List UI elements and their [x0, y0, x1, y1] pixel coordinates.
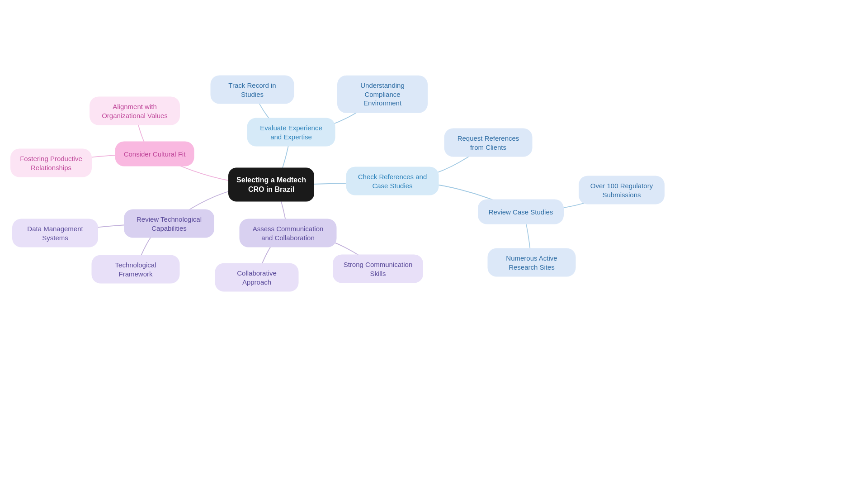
node-review-tech-capabilities: Review Technological Capabilities: [124, 209, 214, 238]
connections-svg: [0, 0, 868, 490]
alignment-org-values-label: Alignment with Organizational Values: [98, 102, 172, 120]
mind-map-container: Selecting a Medtech CRO in Brazil Consid…: [0, 0, 868, 490]
node-technological-framework: Technological Framework: [92, 255, 180, 284]
node-track-record: Track Record in Studies: [211, 76, 294, 104]
node-fostering-productive: Fostering Productive Relationships: [10, 149, 92, 177]
node-understanding-compliance: Understanding Compliance Environment: [337, 76, 428, 113]
assess-communication-label: Assess Communication and Collaboration: [248, 224, 329, 242]
node-collaborative-approach: Collaborative Approach: [215, 263, 299, 292]
node-consider-cultural-fit: Consider Cultural Fit: [115, 142, 194, 167]
node-center: Selecting a Medtech CRO in Brazil: [228, 168, 314, 202]
node-evaluate-experience: Evaluate Experience and Expertise: [247, 118, 335, 147]
review-tech-capabilities-label: Review Technological Capabilities: [132, 215, 206, 233]
collaborative-approach-label: Collaborative Approach: [223, 269, 291, 286]
evaluate-experience-label: Evaluate Experience and Expertise: [255, 124, 327, 141]
technological-framework-label: Technological Framework: [100, 261, 172, 278]
node-check-references: Check References and Case Studies: [346, 167, 439, 195]
review-case-studies-label: Review Case Studies: [489, 207, 553, 216]
fostering-productive-label: Fostering Productive Relationships: [19, 154, 84, 172]
center-label: Selecting a Medtech CRO in Brazil: [236, 175, 306, 194]
node-over-100-regulatory: Over 100 Regulatory Submissions: [579, 176, 665, 205]
node-strong-communication: Strong Communication Skills: [333, 255, 423, 283]
request-references-label: Request References from Clients: [453, 134, 524, 152]
check-references-label: Check References and Case Studies: [354, 172, 431, 190]
over-100-regulatory-label: Over 100 Regulatory Submissions: [587, 181, 656, 199]
node-assess-communication: Assess Communication and Collaboration: [240, 219, 337, 247]
node-alignment-org-values: Alignment with Organizational Values: [90, 97, 180, 125]
consider-cultural-fit-label: Consider Cultural Fit: [124, 149, 186, 158]
node-request-references: Request References from Clients: [444, 128, 533, 157]
data-management-label: Data Management Systems: [20, 224, 90, 242]
track-record-label: Track Record in Studies: [219, 81, 286, 99]
node-data-management: Data Management Systems: [12, 219, 98, 247]
node-numerous-active: Numerous Active Research Sites: [488, 248, 576, 277]
node-review-case-studies: Review Case Studies: [478, 200, 564, 224]
strong-communication-label: Strong Communication Skills: [341, 260, 415, 278]
numerous-active-label: Numerous Active Research Sites: [496, 254, 568, 271]
understanding-compliance-label: Understanding Compliance Environment: [345, 81, 420, 108]
